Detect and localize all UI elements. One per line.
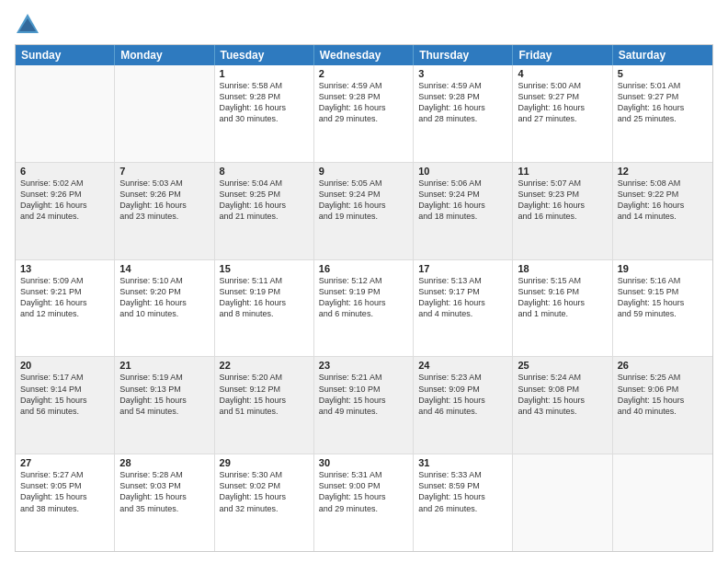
day-number: 3 [418, 68, 507, 79]
cell-info: Sunrise: 5:02 AMSunset: 9:26 PMDaylight:… [20, 178, 109, 223]
cell-info: Sunrise: 5:11 AMSunset: 9:19 PMDaylight:… [220, 275, 309, 320]
calendar-cell [513, 454, 612, 551]
cell-info: Sunrise: 5:04 AMSunset: 9:25 PMDaylight:… [220, 178, 309, 223]
calendar-cell: 12Sunrise: 5:08 AMSunset: 9:22 PMDayligh… [613, 163, 712, 259]
day-number: 22 [220, 360, 309, 371]
calendar-cell: 25Sunrise: 5:24 AMSunset: 9:08 PMDayligh… [513, 357, 612, 454]
calendar-cell: 24Sunrise: 5:23 AMSunset: 9:09 PMDayligh… [414, 357, 513, 454]
cell-info: Sunrise: 5:03 AMSunset: 9:26 PMDaylight:… [119, 178, 209, 223]
day-number: 12 [618, 166, 708, 177]
day-number: 29 [220, 457, 309, 468]
page: Sunday Monday Tuesday Wednesday Thursday… [0, 0, 728, 563]
calendar-cell: 8Sunrise: 5:04 AMSunset: 9:25 PMDaylight… [215, 163, 314, 259]
day-number: 23 [319, 360, 408, 371]
calendar: Sunday Monday Tuesday Wednesday Thursday… [15, 44, 713, 552]
calendar-cell: 2Sunrise: 4:59 AMSunset: 9:28 PMDaylight… [314, 65, 414, 162]
day-number: 13 [20, 263, 109, 274]
day-number: 7 [119, 166, 209, 177]
calendar-cell [115, 65, 214, 162]
header-wednesday: Wednesday [314, 45, 414, 65]
day-number: 11 [518, 166, 607, 177]
cell-info: Sunrise: 5:09 AMSunset: 9:21 PMDaylight:… [20, 275, 109, 320]
day-number: 2 [319, 68, 408, 79]
calendar-cell: 15Sunrise: 5:11 AMSunset: 9:19 PMDayligh… [215, 260, 314, 357]
cell-info: Sunrise: 5:58 AMSunset: 9:28 PMDaylight:… [220, 80, 309, 125]
calendar-cell: 7Sunrise: 5:03 AMSunset: 9:26 PMDaylight… [115, 163, 214, 259]
calendar-cell: 26Sunrise: 5:25 AMSunset: 9:06 PMDayligh… [613, 357, 712, 454]
calendar-row: 20Sunrise: 5:17 AMSunset: 9:14 PMDayligh… [16, 357, 712, 454]
calendar-cell: 1Sunrise: 5:58 AMSunset: 9:28 PMDaylight… [215, 65, 314, 162]
calendar-cell: 11Sunrise: 5:07 AMSunset: 9:23 PMDayligh… [513, 163, 612, 259]
day-number: 31 [418, 457, 507, 468]
calendar-cell: 16Sunrise: 5:12 AMSunset: 9:19 PMDayligh… [314, 260, 414, 357]
cell-info: Sunrise: 4:59 AMSunset: 9:28 PMDaylight:… [418, 80, 507, 125]
day-number: 24 [418, 360, 507, 371]
calendar-body: 1Sunrise: 5:58 AMSunset: 9:28 PMDaylight… [16, 65, 712, 551]
cell-info: Sunrise: 5:15 AMSunset: 9:16 PMDaylight:… [518, 275, 607, 320]
calendar-cell: 28Sunrise: 5:28 AMSunset: 9:03 PMDayligh… [115, 454, 214, 551]
calendar-cell: 30Sunrise: 5:31 AMSunset: 9:00 PMDayligh… [314, 454, 414, 551]
day-number: 4 [518, 68, 607, 79]
day-number: 6 [20, 166, 109, 177]
header-thursday: Thursday [414, 45, 513, 65]
day-number: 8 [220, 166, 309, 177]
day-number: 17 [418, 263, 507, 274]
calendar-cell: 3Sunrise: 4:59 AMSunset: 9:28 PMDaylight… [414, 65, 513, 162]
calendar-cell [16, 65, 115, 162]
header-friday: Friday [513, 45, 612, 65]
cell-info: Sunrise: 5:23 AMSunset: 9:09 PMDaylight:… [418, 372, 507, 417]
header-monday: Monday [115, 45, 214, 65]
calendar-cell: 29Sunrise: 5:30 AMSunset: 9:02 PMDayligh… [215, 454, 314, 551]
day-number: 15 [220, 263, 309, 274]
day-number: 28 [119, 457, 209, 468]
calendar-cell: 10Sunrise: 5:06 AMSunset: 9:24 PMDayligh… [414, 163, 513, 259]
day-number: 1 [220, 68, 309, 79]
calendar-cell: 18Sunrise: 5:15 AMSunset: 9:16 PMDayligh… [513, 260, 612, 357]
cell-info: Sunrise: 5:06 AMSunset: 9:24 PMDaylight:… [418, 178, 507, 223]
calendar-cell: 19Sunrise: 5:16 AMSunset: 9:15 PMDayligh… [613, 260, 712, 357]
cell-info: Sunrise: 5:24 AMSunset: 9:08 PMDaylight:… [518, 372, 607, 417]
calendar-row: 27Sunrise: 5:27 AMSunset: 9:05 PMDayligh… [16, 454, 712, 551]
day-number: 26 [618, 360, 708, 371]
calendar-cell: 13Sunrise: 5:09 AMSunset: 9:21 PMDayligh… [16, 260, 115, 357]
cell-info: Sunrise: 5:10 AMSunset: 9:20 PMDaylight:… [119, 275, 209, 320]
cell-info: Sunrise: 4:59 AMSunset: 9:28 PMDaylight:… [319, 80, 408, 125]
calendar-cell: 21Sunrise: 5:19 AMSunset: 9:13 PMDayligh… [115, 357, 214, 454]
calendar-cell: 14Sunrise: 5:10 AMSunset: 9:20 PMDayligh… [115, 260, 214, 357]
header-tuesday: Tuesday [215, 45, 314, 65]
cell-info: Sunrise: 5:28 AMSunset: 9:03 PMDaylight:… [119, 469, 209, 514]
day-number: 16 [319, 263, 408, 274]
cell-info: Sunrise: 5:05 AMSunset: 9:24 PMDaylight:… [319, 178, 408, 223]
cell-info: Sunrise: 5:20 AMSunset: 9:12 PMDaylight:… [220, 372, 309, 417]
header-sunday: Sunday [16, 45, 115, 65]
calendar-cell: 4Sunrise: 5:00 AMSunset: 9:27 PMDaylight… [513, 65, 612, 162]
day-number: 9 [319, 166, 408, 177]
cell-info: Sunrise: 5:21 AMSunset: 9:10 PMDaylight:… [319, 372, 408, 417]
cell-info: Sunrise: 5:19 AMSunset: 9:13 PMDaylight:… [119, 372, 209, 417]
cell-info: Sunrise: 5:25 AMSunset: 9:06 PMDaylight:… [618, 372, 708, 417]
cell-info: Sunrise: 5:00 AMSunset: 9:27 PMDaylight:… [518, 80, 607, 125]
calendar-cell: 31Sunrise: 5:33 AMSunset: 8:59 PMDayligh… [414, 454, 513, 551]
calendar-cell: 17Sunrise: 5:13 AMSunset: 9:17 PMDayligh… [414, 260, 513, 357]
calendar-cell [613, 454, 712, 551]
calendar-cell: 23Sunrise: 5:21 AMSunset: 9:10 PMDayligh… [314, 357, 414, 454]
cell-info: Sunrise: 5:01 AMSunset: 9:27 PMDaylight:… [618, 80, 708, 125]
cell-info: Sunrise: 5:33 AMSunset: 8:59 PMDaylight:… [418, 469, 507, 514]
day-number: 19 [618, 263, 708, 274]
cell-info: Sunrise: 5:08 AMSunset: 9:22 PMDaylight:… [618, 178, 708, 223]
day-number: 30 [319, 457, 408, 468]
cell-info: Sunrise: 5:13 AMSunset: 9:17 PMDaylight:… [418, 275, 507, 320]
logo [15, 11, 44, 37]
cell-info: Sunrise: 5:31 AMSunset: 9:00 PMDaylight:… [319, 469, 408, 514]
day-number: 25 [518, 360, 607, 371]
day-number: 21 [119, 360, 209, 371]
cell-info: Sunrise: 5:27 AMSunset: 9:05 PMDaylight:… [20, 469, 109, 514]
calendar-cell: 5Sunrise: 5:01 AMSunset: 9:27 PMDaylight… [613, 65, 712, 162]
header [15, 11, 713, 37]
calendar-row: 13Sunrise: 5:09 AMSunset: 9:21 PMDayligh… [16, 260, 712, 358]
day-number: 14 [119, 263, 209, 274]
cell-info: Sunrise: 5:16 AMSunset: 9:15 PMDaylight:… [618, 275, 708, 320]
cell-info: Sunrise: 5:07 AMSunset: 9:23 PMDaylight:… [518, 178, 607, 223]
day-number: 5 [618, 68, 708, 79]
logo-icon [15, 11, 40, 37]
